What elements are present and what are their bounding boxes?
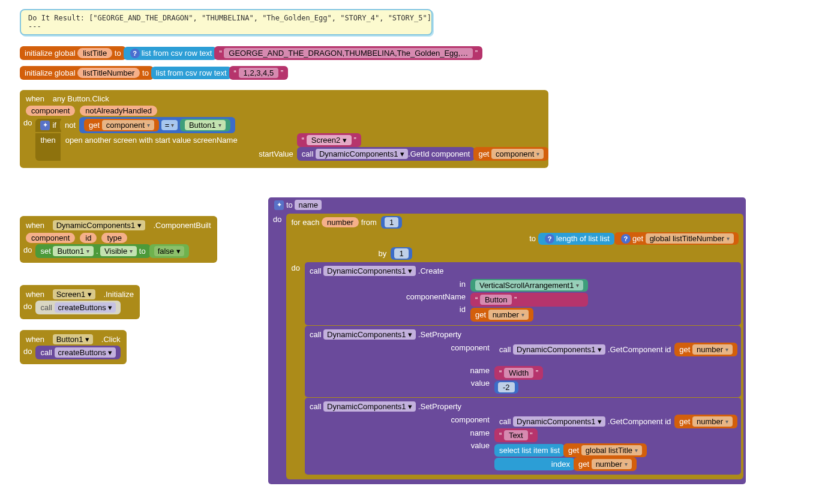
dropdown[interactable]: DynamicComponents1 ▾ — [513, 416, 605, 427]
label: startValue — [61, 148, 298, 160]
dropdown[interactable]: createButtons ▾ — [55, 302, 116, 313]
param: component — [26, 233, 75, 243]
dropdown[interactable]: component — [102, 120, 154, 130]
dropdown[interactable]: false ▾ — [154, 246, 184, 256]
text: get — [89, 121, 100, 130]
text: to — [115, 49, 121, 58]
dropdown[interactable]: DynamicComponents1 ▾ — [316, 149, 408, 159]
text: from — [361, 218, 377, 227]
not-block[interactable]: not — [60, 119, 80, 131]
text: call — [310, 330, 322, 339]
string-value: Text — [504, 430, 528, 440]
tooltip-text: Do It Result: ["GEORGE_AND_THE_DRAGON", … — [28, 14, 431, 31]
gear-icon[interactable]: ✦ — [274, 200, 284, 210]
text: call — [310, 402, 322, 411]
number[interactable]: 1 — [394, 248, 408, 259]
text: list from csv row text — [142, 49, 212, 58]
string-value: Width — [504, 368, 533, 378]
dropdown[interactable]: DynamicComponents1 ▾ — [323, 329, 416, 340]
text: .GetComponent id — [608, 345, 671, 354]
label: component — [451, 343, 490, 352]
text: call — [310, 266, 322, 275]
text: get — [478, 149, 489, 158]
text: get — [679, 417, 690, 426]
label: value — [471, 441, 490, 450]
text: to — [529, 234, 536, 243]
help-icon[interactable]: ? — [130, 49, 140, 58]
dropdown[interactable]: global listTitleNumber — [646, 233, 734, 244]
text: get — [475, 310, 486, 319]
doit-tooltip-top: Do It Result: ["GEORGE_AND_THE_DRAGON", … — [20, 9, 433, 35]
text: .Click — [101, 335, 121, 344]
dropdown[interactable]: DynamicComponents1 ▾ — [323, 401, 416, 412]
text: list from csv row text — [156, 68, 227, 77]
event-name: any Button.Click — [53, 94, 109, 103]
help-icon[interactable]: ? — [545, 234, 554, 244]
dropdown[interactable]: createButtons ▾ — [55, 347, 116, 358]
init-listtitle-block[interactable]: initialize global listTitle to ?list fro… — [20, 46, 482, 60]
dropdown[interactable]: VerticalScrollArrangement1 — [475, 280, 584, 290]
number[interactable]: -2 — [498, 382, 515, 392]
text: .Initialize — [103, 290, 134, 299]
when-dc-componentbuilt[interactable]: when DynamicComponents1 ▾ .ComponentBuil… — [20, 216, 217, 263]
dropdown[interactable]: number — [692, 416, 733, 427]
string-value: GEORGE_AND_THE_DRAGON,THUMBELINA,The_Gol… — [224, 48, 473, 58]
dropdown[interactable]: DynamicComponents1 ▾ — [513, 344, 605, 355]
when-button1-click[interactable]: when Button1 ▾ .Click do call createButt… — [20, 330, 127, 364]
text: call — [40, 303, 52, 312]
text: select list item list — [499, 446, 560, 455]
help-icon[interactable]: ? — [621, 234, 631, 244]
init-listtitlenumber-block[interactable]: initialize global listTitleNumber to lis… — [20, 66, 288, 80]
param: type — [101, 233, 127, 243]
dropdown[interactable]: Screen1 ▾ — [53, 289, 95, 299]
dropdown[interactable]: DynamicComponents1 ▾ — [323, 266, 416, 276]
dropdown[interactable]: component — [491, 149, 544, 159]
label: id — [460, 305, 466, 314]
procedure-createbuttons[interactable]: ✦ to name do for each number from 1 to ?… — [268, 197, 746, 484]
text: .ComponentBuilt — [153, 221, 211, 230]
dropdown[interactable]: Button1 ▾ — [53, 334, 93, 344]
text: call — [40, 348, 52, 357]
when-any-button-click[interactable]: when any Button.Click component notAlrea… — [20, 90, 548, 168]
text: .SetProperty — [418, 402, 461, 411]
text: .GetId component — [408, 149, 470, 158]
text: if — [52, 121, 56, 130]
do-label: do — [20, 244, 35, 256]
text: get — [568, 446, 579, 455]
text: get — [679, 345, 690, 354]
label: in — [460, 280, 466, 289]
dropdown[interactable]: number — [692, 344, 733, 355]
text: call — [302, 149, 314, 158]
text: set — [40, 247, 50, 256]
text: initialize global — [25, 68, 76, 77]
dropdown[interactable]: Button1 — [185, 120, 226, 130]
dropdown[interactable]: Visible — [100, 246, 137, 256]
text: when — [26, 290, 44, 299]
label: value — [471, 379, 490, 388]
param: notAlreadyHandled — [80, 106, 157, 116]
text: when — [26, 94, 44, 103]
dropdown[interactable]: number — [592, 459, 632, 469]
do-label: do — [268, 212, 286, 226]
when-screen1-initialize[interactable]: when Screen1 ▾ .Initialize do call creat… — [20, 285, 140, 319]
operator-dropdown[interactable]: = — [161, 120, 178, 130]
number[interactable]: 1 — [385, 217, 398, 227]
string-value: 1,2,3,4,5 — [239, 68, 279, 78]
text: to — [286, 200, 293, 209]
text: length of list list — [556, 234, 610, 243]
dropdown[interactable]: number — [488, 310, 529, 320]
text: for each — [291, 218, 319, 227]
dropdown[interactable]: Screen2 ▾ — [307, 135, 352, 145]
dropdown[interactable]: DynamicComponents1 ▾ — [53, 220, 145, 230]
do-label: do — [20, 346, 35, 357]
string-value: Button — [480, 295, 512, 305]
label: name — [470, 366, 490, 375]
dropdown[interactable]: global listTitle — [581, 445, 642, 455]
gear-icon[interactable]: ✦ — [40, 121, 50, 130]
var-name: number — [322, 217, 359, 227]
do-label: do — [20, 117, 35, 128]
text: get — [632, 234, 643, 243]
dropdown[interactable]: Button1 — [53, 246, 94, 256]
proc-name: name — [295, 200, 322, 210]
do-label: do — [20, 301, 35, 312]
